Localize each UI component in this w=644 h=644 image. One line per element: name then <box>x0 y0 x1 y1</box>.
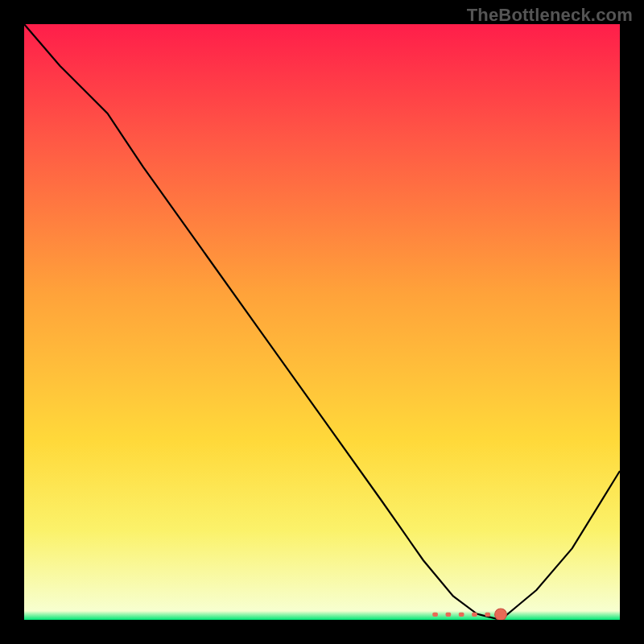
tick-marker <box>446 613 452 617</box>
tick-marker <box>472 613 477 617</box>
tick-marker <box>459 613 464 617</box>
tick-marker <box>485 613 490 617</box>
tick-marker <box>498 613 504 617</box>
gradient-fill <box>24 24 620 620</box>
watermark-text: TheBottleneck.com <box>467 5 633 26</box>
chart-frame: TheBottleneck.com <box>0 0 644 644</box>
tick-marker <box>432 613 438 617</box>
bottleneck-chart <box>24 24 620 620</box>
